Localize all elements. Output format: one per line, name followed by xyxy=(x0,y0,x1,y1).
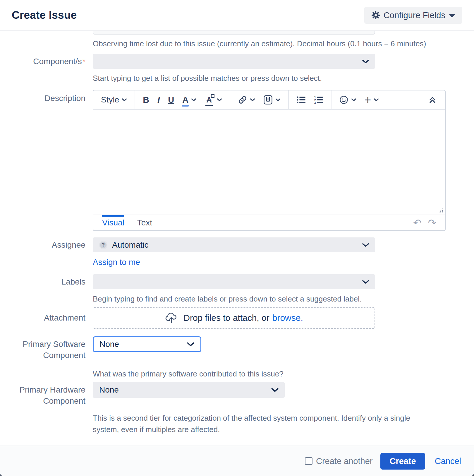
tab-visual[interactable]: Visual xyxy=(102,215,124,230)
components-helper: Start typing to get a list of possible m… xyxy=(93,74,474,83)
svg-text:3: 3 xyxy=(314,101,316,104)
components-label: Component/s* xyxy=(0,56,85,67)
create-issue-dialog: Create Issue Configure Fields Observing xyxy=(0,0,474,476)
assignee-value: Automatic xyxy=(112,240,149,250)
underline-button[interactable]: U xyxy=(168,95,174,105)
create-another-checkbox[interactable] xyxy=(305,457,312,465)
attach-dropdown[interactable] xyxy=(263,95,281,105)
style-dropdown[interactable]: Style xyxy=(101,95,127,105)
description-label: Description xyxy=(0,90,85,104)
page-title: Create Issue xyxy=(12,9,77,21)
labels-row: Labels xyxy=(0,274,474,289)
scrolled-field-remnant[interactable] xyxy=(93,31,375,35)
cloud-upload-icon xyxy=(165,312,178,324)
bold-button[interactable]: B xyxy=(143,95,149,105)
drop-files-text: Drop files to attach, or xyxy=(183,313,269,323)
labels-helper: Begin typing to find and create labels o… xyxy=(93,294,474,303)
components-select[interactable] xyxy=(93,54,375,69)
browse-link[interactable]: browse. xyxy=(272,313,303,323)
primary-hardware-label: Primary Hardware Component xyxy=(0,382,85,407)
form-body: Observing time lost due to this issue (c… xyxy=(0,31,474,446)
configure-fields-button[interactable]: Configure Fields xyxy=(364,7,462,24)
text-format-dropdown[interactable]: A xyxy=(206,95,222,105)
assignee-select[interactable]: ? Automatic xyxy=(93,237,375,252)
redo-icon[interactable]: ↷ xyxy=(428,218,437,227)
tab-text[interactable]: Text xyxy=(137,215,152,230)
create-button[interactable]: Create xyxy=(380,453,425,470)
description-editor-content[interactable] xyxy=(93,110,445,215)
editor-toolbar: Style B I U A A xyxy=(93,90,445,110)
chevron-down-icon xyxy=(187,342,195,347)
link-icon xyxy=(238,95,247,105)
gear-icon xyxy=(372,11,380,19)
dialog-footer: Create another Create Cancel xyxy=(0,446,474,476)
chevron-down-icon xyxy=(362,243,369,247)
required-asterisk: * xyxy=(83,57,85,66)
emoji-icon xyxy=(339,95,348,105)
link-dropdown[interactable] xyxy=(238,95,255,105)
resize-handle[interactable] xyxy=(438,208,443,213)
primary-hardware-helper: This is a second tier for categorization… xyxy=(93,412,438,435)
insert-more-dropdown[interactable]: + xyxy=(365,97,379,103)
attachment-row: Attachment Drop files to attach, or brow… xyxy=(0,307,474,329)
description-row: Description Style B I U A xyxy=(0,90,474,231)
primary-software-helper: What was the primary software contribute… xyxy=(93,369,474,378)
numbered-list-icon: 123 xyxy=(314,96,323,104)
components-row: Component/s* xyxy=(0,54,474,69)
primary-software-select[interactable]: None xyxy=(93,336,201,352)
primary-hardware-select[interactable]: None xyxy=(93,382,285,398)
configure-fields-label: Configure Fields xyxy=(384,11,445,20)
undo-icon[interactable]: ↶ xyxy=(413,218,422,227)
automatic-avatar-icon: ? xyxy=(99,241,107,249)
dialog-header: Create Issue Configure Fields xyxy=(0,0,474,31)
collapse-toolbar-button[interactable] xyxy=(420,90,445,109)
bullet-list-button[interactable] xyxy=(296,96,306,104)
chevron-down-icon xyxy=(362,59,369,64)
assignee-label: Assignee xyxy=(0,239,85,251)
assignee-row: Assignee ? Automatic xyxy=(0,237,474,252)
attachment-dropzone[interactable]: Drop files to attach, or browse. xyxy=(93,307,375,329)
attachment-icon xyxy=(263,95,273,105)
chevron-down-icon xyxy=(362,280,369,284)
bullet-list-icon xyxy=(296,96,306,104)
create-another-option[interactable]: Create another xyxy=(305,456,372,466)
description-editor: Style B I U A A xyxy=(93,90,446,231)
time-lost-helper: Observing time lost due to this issue (c… xyxy=(93,39,474,48)
cancel-link[interactable]: Cancel xyxy=(433,456,463,466)
text-color-dropdown[interactable]: A xyxy=(182,95,196,105)
primary-software-label: Primary Software Component xyxy=(0,336,85,361)
emoji-dropdown[interactable] xyxy=(339,95,356,105)
editor-mode-tabs: Visual Text ↶ ↷ xyxy=(93,215,445,230)
collapse-toolbar-icon xyxy=(429,96,436,104)
primary-software-row: Primary Software Component None xyxy=(0,336,474,361)
labels-label: Labels xyxy=(0,276,85,287)
plus-icon: + xyxy=(365,97,371,103)
caret-down-icon xyxy=(449,14,455,18)
attachment-label: Attachment xyxy=(0,312,85,323)
chevron-down-icon xyxy=(271,387,279,393)
italic-button[interactable]: I xyxy=(157,95,160,105)
numbered-list-button[interactable]: 123 xyxy=(314,96,323,104)
primary-hardware-row: Primary Hardware Component None xyxy=(0,382,474,407)
primary-hardware-value: None xyxy=(99,385,119,395)
assign-to-me-link[interactable]: Assign to me xyxy=(93,258,140,267)
create-another-label: Create another xyxy=(316,456,372,466)
primary-software-value: None xyxy=(99,340,119,349)
labels-select[interactable] xyxy=(93,274,375,289)
